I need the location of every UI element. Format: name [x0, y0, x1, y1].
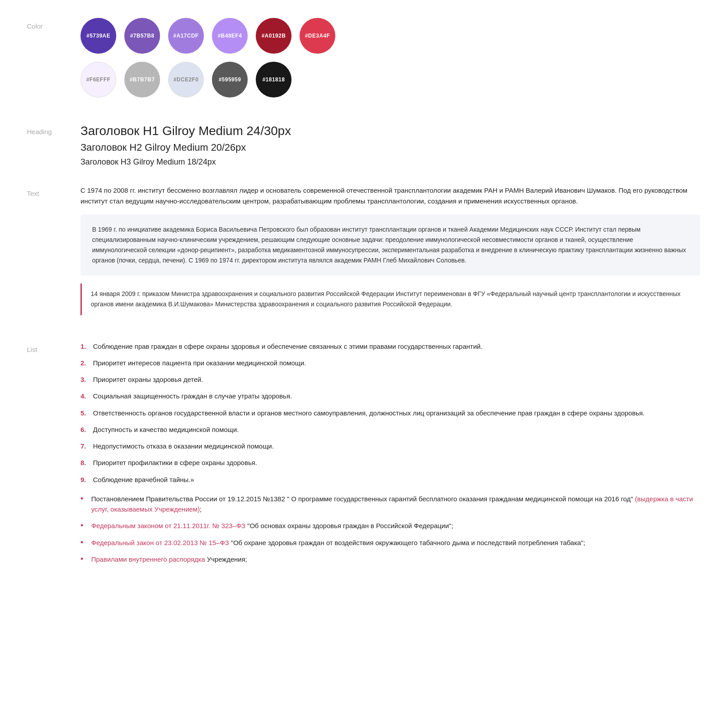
list-item: 7.Недопустимость отказа в оказании медиц… [80, 441, 700, 451]
list-text: Приоритет профилактики в сфере охраны зд… [93, 457, 257, 468]
bullet-link[interactable]: (выдержка в части услуг, оказываемых Учр… [91, 495, 693, 513]
text-content: С 1974 по 2008 гг. институт бессменно во… [80, 185, 700, 323]
list-number: 5. [80, 408, 89, 418]
color-circle: #B7B7B7 [124, 62, 160, 97]
color-circle: #B48EF4 [212, 18, 248, 54]
list-text: Соблюдение врачебной тайны.» [93, 474, 194, 485]
page-container: Color #5739AE#7B57B8#A17CDF#B48EF4#A0192… [0, 0, 727, 606]
list-text: Ответственность органов государственной … [93, 408, 645, 418]
list-section: List 1.Соблюдение прав граждан в сфере о… [27, 341, 700, 571]
list-item: 8.Приоритет профилактики в сфере охраны … [80, 457, 700, 468]
blockquote-box: В 1969 г. по инициативе академика Бориса… [80, 215, 700, 275]
list-item: 2.Приоритет интересов пациента при оказа… [80, 358, 700, 368]
text-section: Text С 1974 по 2008 гг. институт бессмен… [27, 185, 700, 323]
color-circle: #5739AE [80, 18, 116, 54]
list-item: 4.Социальная защищенность граждан в случ… [80, 391, 700, 401]
list-number: 3. [80, 374, 89, 385]
text-label: Text [27, 185, 80, 199]
list-number: 1. [80, 341, 89, 351]
list-item: 5.Ответственность органов государственно… [80, 408, 700, 418]
heading-content: Заголовок H1 Gilroy Medium 24/30px Загол… [80, 123, 700, 167]
bullet-item: •Федеральный закон от 23.02.2013 № 15–ФЗ… [80, 538, 700, 548]
color-section: Color #5739AE#7B57B8#A17CDF#B48EF4#A0192… [27, 18, 700, 106]
list-text: Соблюдение прав граждан в сфере охраны з… [93, 341, 482, 351]
list-item: 6.Доступность и качество медицинской пом… [80, 424, 700, 435]
list-label: List [27, 341, 80, 355]
color-circle: #A0192B [256, 18, 292, 54]
bullet-item: •Постановлением Правительства России от … [80, 494, 700, 515]
heading-h3: Заголовок H3 Gilroy Medium 18/24px [80, 157, 700, 167]
bullet-dot: • [80, 538, 87, 548]
color-circle: #181818 [256, 62, 292, 97]
bullet-content: Федеральный закон от 23.02.2013 № 15–ФЗ … [91, 538, 585, 548]
list-number: 7. [80, 441, 89, 451]
list-text: Приоритет охраны здоровья детей. [93, 374, 203, 385]
bullet-list: •Постановлением Правительства России от … [80, 494, 700, 565]
list-item: 9.Соблюдение врачебной тайны.» [80, 474, 700, 485]
color-circle: #DE3A4F [300, 18, 335, 54]
color-row-1: #5739AE#7B57B8#A17CDF#B48EF4#A0192B#DE3A… [80, 18, 700, 54]
color-circle: #A17CDF [168, 18, 204, 54]
color-row-2: #F6EFFF#B7B7B7#DCE2F0#595959#181818 [80, 62, 700, 97]
color-circle: #DCE2F0 [168, 62, 204, 97]
list-item: 3.Приоритет охраны здоровья детей. [80, 374, 700, 385]
list-number: 8. [80, 457, 89, 468]
list-text: Приоритет интересов пациента при оказани… [93, 358, 306, 368]
bullet-dot: • [80, 494, 87, 504]
list-number: 2. [80, 358, 89, 368]
list-number: 9. [80, 474, 89, 485]
list-item: 1.Соблюдение прав граждан в сфере охраны… [80, 341, 700, 351]
color-label: Color [27, 18, 80, 32]
bullet-item: •Федеральным законом от 21.11.2011г. № 3… [80, 521, 700, 531]
bullet-content: Постановлением Правительства России от 1… [91, 494, 700, 515]
list-content: 1.Соблюдение прав граждан в сфере охраны… [80, 341, 700, 571]
bullet-content: Федеральным законом от 21.11.2011г. № 32… [91, 521, 453, 531]
bullet-content: Правилами внутреннего распорядка Учрежде… [91, 554, 247, 564]
color-content: #5739AE#7B57B8#A17CDF#B48EF4#A0192B#DE3A… [80, 18, 700, 106]
heading-h2: Заголовок H2 Gilroy Medium 20/26px [80, 141, 700, 154]
blockquote-border: 14 января 2009 г. приказом Министра здра… [80, 284, 700, 315]
text-paragraph: С 1974 по 2008 гг. институт бессменно во… [80, 185, 700, 207]
list-text: Доступность и качество медицинской помощ… [93, 424, 239, 435]
color-circle: #595959 [212, 62, 248, 97]
color-circle: #F6EFFF [80, 62, 116, 97]
bullet-link[interactable]: Федеральным законом от 21.11.2011г. № 32… [91, 522, 245, 529]
bullet-link[interactable]: Правилами внутреннего распорядка [91, 555, 205, 563]
heading-h1: Заголовок H1 Gilroy Medium 24/30px [80, 123, 700, 139]
list-number: 6. [80, 424, 89, 435]
bullet-item: •Правилами внутреннего распорядка Учрежд… [80, 554, 700, 564]
bullet-dot: • [80, 554, 87, 564]
bullet-dot: • [80, 521, 87, 531]
list-text: Недопустимость отказа в оказании медицин… [93, 441, 274, 451]
heading-label: Heading [27, 123, 80, 137]
bullet-link[interactable]: Федеральный закон от 23.02.2013 № 15–ФЗ [91, 539, 229, 546]
heading-section: Heading Заголовок H1 Gilroy Medium 24/30… [27, 123, 700, 167]
list-text: Социальная защищенность граждан в случае… [93, 391, 292, 401]
ordered-list: 1.Соблюдение прав граждан в сфере охраны… [80, 341, 700, 485]
list-number: 4. [80, 391, 89, 401]
color-circle: #7B57B8 [124, 18, 160, 54]
